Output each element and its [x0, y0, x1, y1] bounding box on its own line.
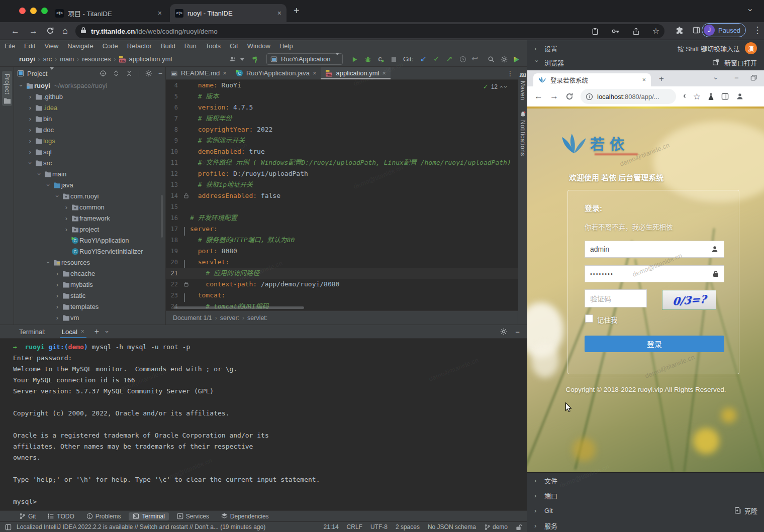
git-commit-check-icon[interactable]: ✓ — [433, 54, 440, 63]
code-line-16[interactable]: 16# 开发环境配置 — [166, 212, 518, 224]
tree-item--idea[interactable]: ›.idea — [14, 102, 165, 113]
breadcrumb-item[interactable]: main — [60, 55, 74, 63]
tree-item-com-ruoyi[interactable]: ›com.ruoyi — [14, 190, 165, 201]
code-line-23[interactable]: 23 tomcat: — [166, 290, 518, 301]
new-tab-button[interactable]: + — [294, 6, 300, 16]
captcha-image[interactable]: 0/3=? — [662, 290, 716, 310]
editor-tab-readme-md[interactable]: MDREADME.md× — [166, 67, 231, 79]
inspections-widget[interactable]: ✓ 12 › › — [483, 83, 507, 90]
menu-git[interactable]: Git — [225, 42, 243, 50]
tree-item-templates[interactable]: ›templates — [14, 301, 165, 312]
chevron-right-icon[interactable]: › — [26, 126, 34, 134]
git-branch-widget[interactable]: demo — [484, 523, 508, 530]
tree-item-ehcache[interactable]: ›ehcache — [14, 268, 165, 279]
status-item[interactable]: UTF-8 — [370, 523, 388, 530]
editor-tabs-kebab-icon[interactable]: ⋮ — [507, 69, 514, 77]
embedded-browser-tab[interactable]: 登录若依系统 × — [533, 73, 651, 86]
code-line-22[interactable]: 22 context-path: /app/demo/ruoyi/8080 — [166, 279, 518, 290]
code-editor[interactable]: 4 name: RuoYi5 # 版本6 version: 4.7.57 # 版… — [166, 80, 518, 310]
terminal-tab-close-icon[interactable]: × — [81, 328, 84, 335]
menu-code[interactable]: Code — [98, 42, 123, 50]
chevron-down-icon[interactable]: › — [45, 181, 52, 189]
git-update-icon[interactable]: ↙ — [420, 54, 427, 63]
tree-item-resources[interactable]: ›resources — [14, 257, 165, 268]
reload-icon[interactable] — [46, 27, 54, 35]
password-input[interactable]: •••••••• — [585, 265, 724, 282]
menu-help[interactable]: Help — [275, 42, 298, 50]
chevron-right-icon[interactable]: › — [26, 104, 34, 112]
embedded-address-bar[interactable]: localhost:8080/app/... — [581, 89, 676, 104]
tree-item-src[interactable]: ›src — [14, 157, 165, 168]
code-line-18[interactable]: 18 # 服务器的HTTP端口，默认为80 — [166, 235, 518, 246]
new-terminal-icon[interactable]: + — [94, 327, 99, 336]
breadcrumb-file[interactable]: application.yml — [129, 55, 172, 63]
code-line-10[interactable]: 10 demoEnabled: true — [166, 146, 518, 157]
embedded-chevron-down-icon[interactable]: › — [712, 77, 720, 80]
code-line-17[interactable]: 17server: — [166, 224, 518, 235]
bookmark-star-icon[interactable]: ☆ — [652, 27, 659, 35]
browser-menu-kebab-icon[interactable]: ⋮ — [753, 26, 762, 35]
toolwindow-button-git[interactable]: Git — [15, 512, 40, 520]
captcha-input[interactable]: 验证码 — [585, 289, 647, 307]
menu-navigate[interactable]: Navigate — [63, 42, 98, 50]
menu-edit[interactable]: Edit — [20, 42, 40, 50]
back-icon[interactable]: ← — [11, 27, 20, 35]
select-opened-file-icon[interactable] — [100, 70, 107, 77]
menu-tools[interactable]: Tools — [201, 42, 225, 50]
chevron-right-icon[interactable]: › — [53, 281, 61, 288]
terminal-settings-gear-icon[interactable] — [500, 328, 507, 335]
profile-chip[interactable]: J Paused — [702, 23, 746, 37]
embedded-minimize-icon[interactable]: − — [734, 73, 739, 82]
section-端口[interactable]: ›端口 — [527, 488, 764, 503]
code-line-13[interactable]: 13 # 获取ip地址开关 — [166, 179, 518, 190]
tree-item-bin[interactable]: ›bin — [14, 113, 165, 124]
status-item[interactable]: No JSON schema — [428, 523, 476, 530]
menu-file[interactable]: File — [0, 42, 20, 50]
chevron-right-icon[interactable]: › — [26, 115, 34, 123]
browser-section-header[interactable]: › 浏览器 新窗口打开 — [527, 55, 764, 69]
chevron-right-icon[interactable]: › — [26, 137, 34, 145]
home-icon[interactable]: ⌂ — [62, 26, 68, 35]
chevron-down-icon[interactable]: › — [36, 170, 43, 178]
bookmark-star-icon[interactable]: ☆ — [693, 91, 701, 102]
tree-item-ruoyi[interactable]: ›ruoyi~/workspace/ruoyi — [14, 80, 165, 91]
chevron-right-icon[interactable]: › — [53, 270, 61, 277]
chevron-right-icon[interactable]: › — [62, 215, 70, 222]
toolwindow-button-terminal[interactable]: Terminal — [129, 512, 168, 520]
key-icon[interactable] — [612, 29, 620, 34]
code-line-21[interactable]: 21 # 应用的访问路径 — [166, 268, 518, 279]
doc-breadcrumb-item[interactable]: Document 1/1 — [173, 314, 212, 322]
tree-item-framework[interactable]: ›framework — [14, 212, 165, 224]
tree-scrollbar[interactable] — [161, 195, 163, 238]
chevron-down-icon[interactable]: › — [18, 81, 25, 89]
tool-stripe-notifications[interactable]: Notifications — [518, 111, 527, 156]
chevron-right-icon[interactable]: › — [53, 314, 61, 322]
chevron-right-icon[interactable]: › — [62, 203, 70, 211]
status-item[interactable]: 2 spaces — [396, 523, 420, 530]
back-icon[interactable]: ← — [534, 91, 543, 101]
tree-item--github[interactable]: ›.github — [14, 91, 165, 102]
run-with-coverage-icon[interactable]: C — [376, 54, 387, 65]
run-icon[interactable] — [349, 54, 360, 65]
terminal-minimize-icon[interactable]: − — [515, 328, 520, 336]
collapse-all-icon[interactable] — [126, 70, 133, 77]
write-lock-icon[interactable] — [516, 524, 522, 530]
code-line-19[interactable]: 19 port: 8080 — [166, 246, 518, 257]
toolwindow-button-services[interactable]: Services — [173, 512, 213, 520]
section-服务[interactable]: ›服务 — [527, 518, 764, 532]
stop-icon[interactable] — [388, 54, 399, 65]
tree-item-mybatis[interactable]: ›mybatis — [14, 279, 165, 290]
panel-options-gear-icon[interactable] — [145, 70, 152, 77]
tree-item-ruoyiapplication[interactable]: CRuoYiApplication — [14, 235, 165, 246]
expand-all-icon[interactable] — [113, 70, 120, 77]
chevron-right-icon[interactable]: › — [62, 226, 70, 233]
status-item[interactable]: 21:14 — [324, 523, 339, 530]
chevron-down-icon[interactable]: › — [27, 159, 34, 167]
tree-item-ruoyiservletinitializer[interactable]: CRuoYiServletInitializer — [14, 246, 165, 257]
code-line-7[interactable]: 7 # 版权年份 — [166, 113, 518, 124]
tool-stripe-project[interactable]: Project — [2, 71, 12, 106]
breadcrumb-item[interactable]: src — [43, 55, 52, 63]
run-configuration-select[interactable]: RuoYiApplication — [266, 53, 343, 65]
embedded-tab-close-icon[interactable]: × — [642, 76, 646, 83]
chevron-right-icon[interactable]: › — [53, 292, 61, 299]
